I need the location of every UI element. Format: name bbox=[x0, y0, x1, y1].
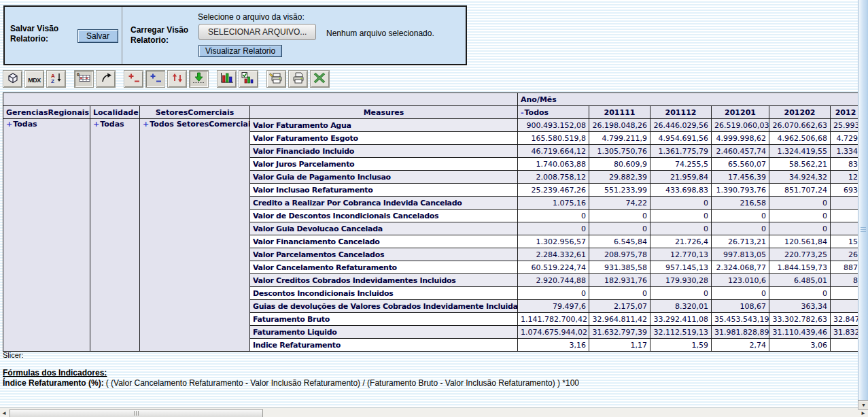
measure-label: Valor Financiado Incluido bbox=[250, 145, 518, 158]
formula-line: Índice Refaturamento (%):( (Valor Cancel… bbox=[3, 378, 579, 388]
column-member[interactable]: 201112 bbox=[650, 106, 712, 119]
value-cell: 3,06 bbox=[769, 339, 831, 352]
report-controls-panel: Salvar Visão Relatorio: Salvar Carregar … bbox=[3, 5, 467, 65]
horizontal-scrollbar-grip bbox=[134, 411, 139, 416]
pivot-corner bbox=[3, 93, 518, 106]
drill-replace-button[interactable] bbox=[167, 70, 187, 88]
column-member[interactable]: 201202 bbox=[769, 106, 831, 119]
show-empty-cells-button[interactable]: 0 bbox=[74, 70, 94, 88]
value-cell: 12 bbox=[831, 171, 861, 184]
drill-replace-icon bbox=[171, 71, 184, 86]
value-cell: 0 bbox=[518, 287, 589, 300]
value-cell: 1.305.750,76 bbox=[589, 145, 650, 158]
column-member[interactable]: -Todos bbox=[518, 106, 589, 119]
value-cell: 0 bbox=[589, 287, 650, 300]
value-cell: 182.931,76 bbox=[589, 274, 650, 287]
drill-position-icon bbox=[149, 71, 162, 86]
value-cell: 2,74 bbox=[712, 339, 769, 352]
value-cell: 35.453.543,19 bbox=[712, 313, 769, 326]
value-cell: 74.255,5 bbox=[650, 158, 712, 171]
horizontal-scrollbar-thumb[interactable] bbox=[10, 409, 263, 417]
vertical-scrollbar[interactable] bbox=[858, 0, 868, 400]
swap-axes-button[interactable] bbox=[96, 70, 116, 88]
mdx-icon: MDX bbox=[28, 74, 41, 84]
row-member[interactable]: +Todas bbox=[3, 119, 90, 352]
view-report-button[interactable]: Visualizar Relatorio bbox=[198, 45, 282, 57]
value-cell: 65.560,07 bbox=[712, 158, 769, 171]
panel-divider bbox=[122, 7, 122, 64]
expand-icon[interactable]: + bbox=[93, 120, 99, 129]
value-cell: 1,17 bbox=[589, 339, 650, 352]
expand-icon[interactable]: + bbox=[143, 120, 149, 129]
value-cell: 8 bbox=[831, 274, 861, 287]
scroll-down-button[interactable]: ▼ bbox=[858, 400, 868, 410]
slicer-label: Slicer: bbox=[3, 351, 24, 359]
value-cell: 25.239.467,26 bbox=[518, 184, 589, 197]
excel-export-button[interactable] bbox=[310, 70, 330, 88]
olap-navigator-button[interactable] bbox=[3, 70, 22, 88]
bar-chart-icon bbox=[219, 71, 235, 86]
select-file-button[interactable]: SELECIONAR ARQUIVO... bbox=[198, 24, 316, 40]
chart-button[interactable] bbox=[217, 70, 237, 88]
measure-label: Valor Cancelamento Refaturamento bbox=[250, 261, 518, 274]
drill-position-button[interactable] bbox=[145, 70, 165, 88]
column-member[interactable]: 201201 bbox=[712, 106, 769, 119]
value-cell: 33.302.782,63 bbox=[769, 313, 831, 326]
collapse-icon[interactable]: - bbox=[521, 108, 524, 117]
value-cell: 74,22 bbox=[589, 197, 650, 210]
sort-button[interactable]: AZ bbox=[46, 70, 66, 88]
value-cell: 0 bbox=[769, 287, 831, 300]
row-axis-header: GerenciasRegionais bbox=[3, 106, 90, 119]
measure-label: Valor Creditos Cobrados Indevidamentes I… bbox=[250, 274, 518, 287]
value-cell: 1.324.419,55 bbox=[769, 145, 831, 158]
value-cell: 0 bbox=[589, 222, 650, 235]
file-status-text: Nenhum arquivo selecionado. bbox=[326, 29, 434, 38]
horizontal-scrollbar[interactable]: ◄ ► bbox=[0, 407, 868, 417]
scroll-left-button[interactable]: ◄ bbox=[0, 408, 8, 417]
expand-icon[interactable]: + bbox=[6, 120, 12, 129]
drill-member-button[interactable] bbox=[124, 70, 143, 88]
value-cell: 31.832 bbox=[831, 326, 861, 339]
row-member[interactable]: +Todos SetoresComerciais bbox=[140, 119, 250, 352]
value-cell: 26.519.060,03 bbox=[712, 119, 769, 132]
value-cell: 32.964.811,42 bbox=[589, 313, 650, 326]
chart-config-button[interactable] bbox=[239, 70, 258, 88]
value-cell: 887 bbox=[831, 261, 861, 274]
value-cell: 8.320,01 bbox=[650, 300, 712, 313]
formula-name: Índice Refaturamento (%): bbox=[3, 378, 104, 388]
print-button[interactable] bbox=[288, 70, 308, 88]
value-cell: 433.698,83 bbox=[650, 184, 712, 197]
value-cell: 1.075,16 bbox=[518, 197, 589, 210]
row-member[interactable]: +Todas bbox=[90, 119, 140, 352]
measure-label: Valor Guia de Pagamento Inclusao bbox=[250, 171, 518, 184]
vertical-scrollbar-grip[interactable] bbox=[861, 227, 866, 233]
value-cell: 0 bbox=[650, 210, 712, 222]
save-button[interactable]: Salvar bbox=[77, 29, 118, 43]
pivot-table: Ano/MêsGerenciasRegionaisLocalidadeSetor… bbox=[3, 93, 861, 352]
formulas-title: Fórmulas dos Indicadores: bbox=[3, 368, 107, 378]
value-cell: 32.847 bbox=[831, 313, 861, 326]
value-cell: 60.519.224,74 bbox=[518, 261, 589, 274]
drill-member-icon bbox=[127, 71, 141, 86]
value-cell: 15 bbox=[831, 235, 861, 248]
measure-label: Valor Parcelamentos Cancelados bbox=[250, 248, 518, 261]
mdx-editor-button[interactable]: MDX bbox=[24, 70, 44, 88]
column-member[interactable]: 2012 bbox=[831, 106, 861, 119]
value-cell: 34.924,32 bbox=[769, 171, 831, 184]
value-cell: 179.930,28 bbox=[650, 274, 712, 287]
print-config-button[interactable] bbox=[266, 70, 286, 88]
value-cell: 1,59 bbox=[650, 339, 712, 352]
value-cell: 1.074.675.944,02 bbox=[518, 326, 589, 339]
value-cell: 2.175,07 bbox=[589, 300, 650, 313]
measure-label: Valor Faturamento Esgoto bbox=[250, 132, 518, 145]
value-cell: 1.141.782.700,42 bbox=[518, 313, 589, 326]
column-member[interactable]: 201111 bbox=[589, 106, 650, 119]
excel-icon bbox=[312, 71, 328, 86]
report-page: Salvar Visão Relatorio: Salvar Carregar … bbox=[0, 0, 868, 417]
drill-through-button[interactable] bbox=[189, 70, 209, 88]
column-axis-title: Ano/Mês bbox=[518, 93, 861, 106]
row-axis-header: Localidade bbox=[90, 106, 140, 119]
value-cell: 25.993 bbox=[831, 119, 861, 132]
measure-label: Valor de Descontos Incondicionais Cancel… bbox=[250, 210, 518, 222]
value-cell: 26.713,21 bbox=[712, 235, 769, 248]
